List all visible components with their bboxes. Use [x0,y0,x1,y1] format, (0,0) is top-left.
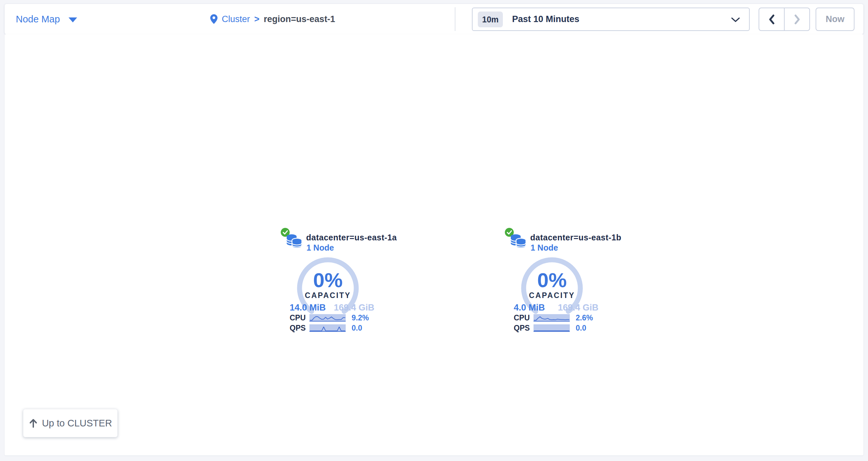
datacenter-title: datacenter=us-east-1b [530,233,621,242]
topbar-divider [455,7,456,31]
cpu-label: CPU [290,314,309,322]
up-arrow-icon [29,418,38,428]
capacity-percentage: 0% [505,270,599,290]
breadcrumb-separator: > [254,14,260,24]
time-pager [758,7,810,31]
qps-value: 0.0 [576,324,586,333]
qps-metric-row: QPS 0.0 [514,324,586,332]
breadcrumb-current: region=us-east-1 [264,14,335,24]
qps-sparkline [533,324,570,332]
cpu-metric-row: CPU 2.6% [514,314,593,322]
cpu-value: 9.2% [352,314,369,322]
now-button[interactable]: Now [816,7,855,31]
capacity-total: 169.4 GiB [558,303,598,313]
capacity-label: CAPACITY [281,291,375,300]
database-stack-icon [286,233,303,250]
capacity-total: 169.4 GiB [334,303,374,313]
database-stack-icon [510,233,527,250]
datacenter-card[interactable]: datacenter=us-east-1a 1 Node 0% CAPACITY… [281,227,380,339]
cpu-sparkline [533,314,570,322]
capacity-used: 14.0 MiB [290,303,326,313]
time-range-dropdown[interactable]: 10m Past 10 Minutes [472,7,750,31]
caret-down-icon [68,18,77,22]
location-pin-icon [210,14,217,24]
qps-label: QPS [514,324,533,333]
datacenter-title: datacenter=us-east-1a [306,233,397,242]
datacenter-card[interactable]: datacenter=us-east-1b 1 Node 0% CAPACITY… [505,227,604,339]
cpu-sparkline [309,314,346,322]
datacenter-node-count: 1 Node [307,243,334,253]
cpu-metric-row: CPU 9.2% [290,314,369,322]
view-selector-dropdown[interactable]: Node Map [16,4,77,34]
breadcrumb-cluster-link[interactable]: Cluster [222,14,250,24]
chevron-down-icon [731,18,740,22]
qps-metric-row: QPS 0.0 [290,324,362,332]
cpu-value: 2.6% [576,314,593,322]
up-to-cluster-label: Up to CLUSTER [42,418,112,429]
node-map-page: Node Map Cluster > region=us-east-1 10m … [0,0,868,461]
up-to-cluster-button[interactable]: Up to CLUSTER [23,409,118,437]
time-range-label: Past 10 Minutes [512,14,579,24]
capacity-stats: 14.0 MiB 169.4 GiB [290,303,374,313]
cpu-label: CPU [514,314,533,322]
capacity-percentage: 0% [281,270,375,290]
time-range-badge: 10m [478,11,503,27]
qps-sparkline [309,324,346,332]
chevron-right-icon [794,14,801,25]
node-map-canvas: datacenter=us-east-1a 1 Node 0% CAPACITY… [5,34,863,455]
datacenter-node-count: 1 Node [531,243,558,253]
breadcrumb: Cluster > region=us-east-1 [210,4,335,34]
capacity-label: CAPACITY [505,291,599,300]
chevron-left-icon [769,14,775,25]
qps-label: QPS [290,324,309,333]
capacity-stats: 4.0 MiB 169.4 GiB [514,303,598,313]
time-backward-button[interactable] [759,8,785,30]
topbar: Node Map Cluster > region=us-east-1 10m … [5,4,863,34]
time-forward-button[interactable] [785,8,809,30]
view-selector-label: Node Map [16,14,60,25]
qps-value: 0.0 [352,324,362,333]
capacity-used: 4.0 MiB [514,303,545,313]
